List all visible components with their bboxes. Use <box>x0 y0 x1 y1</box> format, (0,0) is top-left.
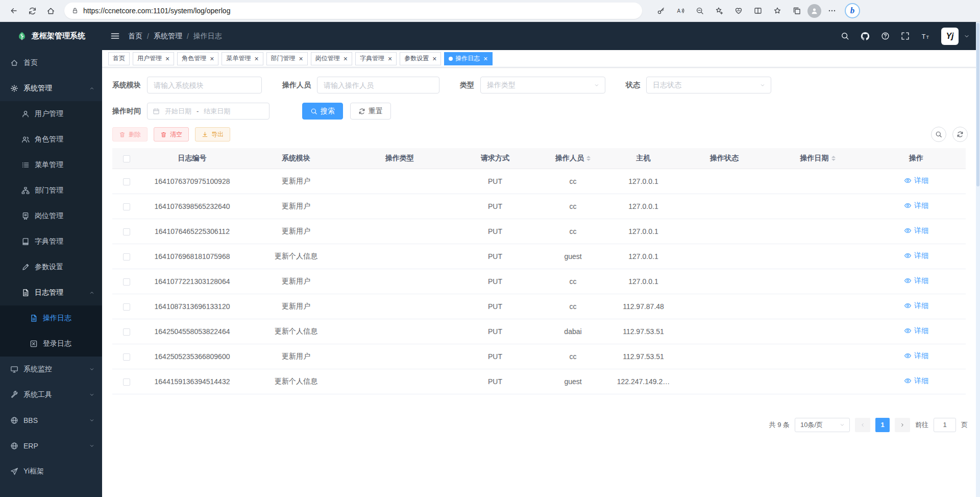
column-header-date[interactable]: 操作日期 <box>769 148 867 169</box>
row-checkbox[interactable] <box>123 178 130 185</box>
breadcrumb-item[interactable]: 系统管理 <box>154 32 182 41</box>
read-aloud-icon[interactable]: A <box>672 2 689 19</box>
sidebar-item-user-mgmt[interactable]: 用户管理 <box>0 101 102 127</box>
github-icon[interactable] <box>861 32 870 41</box>
add-favorite-icon[interactable] <box>710 2 728 19</box>
tab-oper-log[interactable]: 操作日志× <box>444 52 492 65</box>
sidebar-item-role-mgmt[interactable]: 角色管理 <box>0 127 102 152</box>
goto-page-input[interactable] <box>934 418 956 432</box>
page-size-select[interactable]: 10条/页 <box>795 418 850 432</box>
detail-link[interactable]: 详细 <box>904 326 928 336</box>
reset-button[interactable]: 重置 <box>350 103 391 120</box>
sidebar-item-dept-mgmt[interactable]: 部门管理 <box>0 178 102 203</box>
detail-link[interactable]: 详细 <box>904 201 928 210</box>
more-menu-icon[interactable] <box>823 2 841 19</box>
header-search-icon[interactable] <box>841 32 849 40</box>
close-icon[interactable]: × <box>210 55 214 62</box>
close-icon[interactable]: × <box>483 55 487 62</box>
search-button[interactable]: 搜索 <box>302 103 343 120</box>
row-checkbox[interactable] <box>123 228 130 235</box>
column-header-operator[interactable]: 操作人员 <box>539 148 607 169</box>
status-select[interactable]: 日志状态 <box>646 77 771 93</box>
sidebar-item-oper-log[interactable]: 操作日志 <box>0 305 102 331</box>
sidebar-item-login-log[interactable]: 登录日志 <box>0 331 102 357</box>
scrollbar-thumb[interactable] <box>976 23 979 186</box>
row-checkbox[interactable] <box>123 353 130 361</box>
zoom-icon[interactable] <box>691 2 708 19</box>
select-all-checkbox[interactable] <box>123 155 130 162</box>
row-checkbox[interactable] <box>123 303 130 311</box>
collections-icon[interactable] <box>788 2 805 19</box>
row-checkbox[interactable] <box>123 278 130 286</box>
close-icon[interactable]: × <box>344 55 348 62</box>
sort-caret-icon[interactable] <box>831 154 836 163</box>
back-icon[interactable] <box>5 2 22 19</box>
close-icon[interactable]: × <box>254 55 258 62</box>
address-bar[interactable]: https://ccnetcore.com:1101/system/log/op… <box>64 3 642 19</box>
sidebar-item-log-mgmt[interactable]: 日志管理 <box>0 280 102 305</box>
avatar-caret-icon[interactable] <box>964 33 970 39</box>
operator-input[interactable] <box>317 77 439 93</box>
sidebar-item-menu-mgmt[interactable]: 菜单管理 <box>0 152 102 178</box>
detail-link[interactable]: 详细 <box>904 301 928 311</box>
browser-profile-avatar[interactable] <box>807 4 821 18</box>
tab-param-settings[interactable]: 参数设置× <box>400 52 441 65</box>
row-checkbox[interactable] <box>123 328 130 336</box>
refresh-table-button[interactable] <box>952 127 968 142</box>
favorites-icon[interactable] <box>769 2 786 19</box>
row-checkbox[interactable] <box>123 203 130 210</box>
close-icon[interactable]: × <box>299 55 303 62</box>
detail-link[interactable]: 详细 <box>904 226 928 235</box>
tab-post-mgmt[interactable]: 岗位管理× <box>311 52 352 65</box>
sidebar-item-system-monitor[interactable]: 系统监控 <box>0 357 102 382</box>
detail-link[interactable]: 详细 <box>904 176 928 185</box>
password-key-icon[interactable] <box>652 2 670 19</box>
tab-home[interactable]: 首页 <box>108 52 130 65</box>
export-button[interactable]: 导出 <box>195 127 230 141</box>
sidebar-item-post-mgmt[interactable]: 岗位管理 <box>0 203 102 229</box>
sidebar-item-bbs[interactable]: BBS <box>0 408 102 433</box>
sort-caret-icon[interactable] <box>586 154 591 163</box>
sidebar-item-erp[interactable]: ERP <box>0 433 102 459</box>
fullscreen-icon[interactable] <box>901 32 910 40</box>
help-icon[interactable] <box>881 32 890 40</box>
module-input[interactable] <box>147 77 262 93</box>
sidebar-item-param-settings[interactable]: 参数设置 <box>0 254 102 280</box>
detail-link[interactable]: 详细 <box>904 251 928 261</box>
close-icon[interactable]: × <box>388 55 392 62</box>
page-number-1[interactable]: 1 <box>875 418 890 432</box>
row-checkbox[interactable] <box>123 378 130 386</box>
split-screen-icon[interactable] <box>749 2 767 19</box>
tab-dict-mgmt[interactable]: 字典管理× <box>355 52 397 65</box>
date-range-picker[interactable]: 开始日期 - 结束日期 <box>147 103 270 120</box>
bing-icon[interactable]: b <box>845 3 860 18</box>
breadcrumb-item[interactable]: 首页 <box>128 32 142 41</box>
close-icon[interactable]: × <box>432 55 436 62</box>
type-select[interactable]: 操作类型 <box>480 77 605 93</box>
prev-page-button[interactable] <box>855 418 870 432</box>
clear-button[interactable]: 清空 <box>154 127 189 141</box>
sidebar-item-yi-framework[interactable]: Yi框架 <box>0 459 102 484</box>
toggle-search-button[interactable] <box>931 127 946 142</box>
sidebar-item-home[interactable]: 首页 <box>0 50 102 76</box>
detail-link[interactable]: 详细 <box>904 276 928 286</box>
close-icon[interactable]: × <box>165 55 169 62</box>
next-page-button[interactable] <box>895 418 910 432</box>
row-checkbox[interactable] <box>123 253 130 261</box>
tab-role-mgmt[interactable]: 角色管理× <box>177 52 218 65</box>
user-avatar[interactable]: Yj <box>941 28 959 45</box>
browser-scrollbar[interactable] <box>976 22 980 497</box>
browser-home-icon[interactable] <box>42 2 59 19</box>
tab-menu-mgmt[interactable]: 菜单管理× <box>222 52 263 65</box>
delete-button[interactable]: 删除 <box>112 127 148 141</box>
tab-user-mgmt[interactable]: 用户管理× <box>133 52 174 65</box>
sidebar-item-system-tools[interactable]: 系统工具 <box>0 382 102 408</box>
tab-dept-mgmt[interactable]: 部门管理× <box>266 52 308 65</box>
font-size-icon[interactable]: TT <box>921 32 930 41</box>
hamburger-icon[interactable] <box>110 31 120 41</box>
refresh-page-icon[interactable] <box>23 2 41 19</box>
detail-link[interactable]: 详细 <box>904 351 928 361</box>
sidebar-item-system-mgmt[interactable]: 系统管理 <box>0 76 102 101</box>
detail-link[interactable]: 详细 <box>904 376 928 386</box>
browser-essentials-icon[interactable] <box>730 2 747 19</box>
